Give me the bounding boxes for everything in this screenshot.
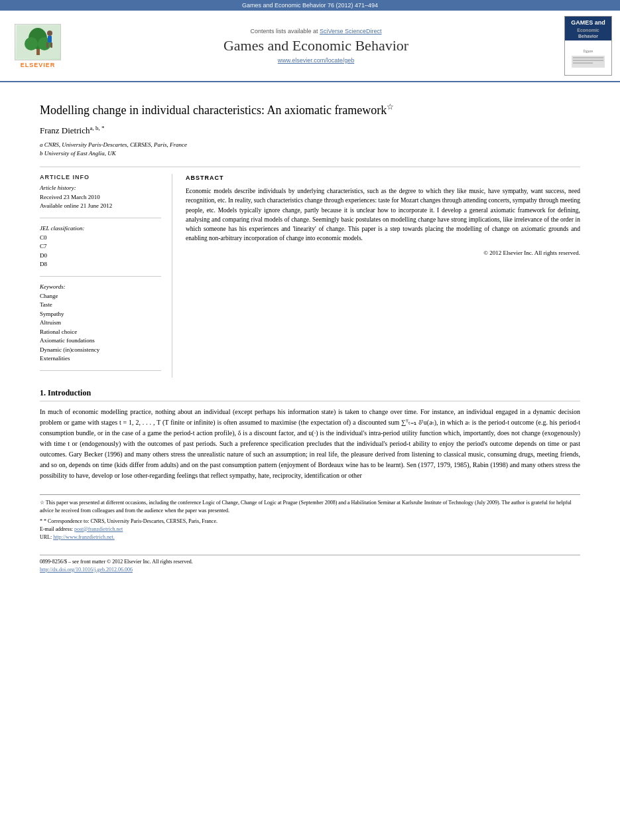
keywords-label: Keywords: — [40, 283, 161, 290]
cover-behavior-text: Behavior — [566, 33, 610, 39]
journal-title-center: Contents lists available at SciVerse Sci… — [74, 28, 558, 64]
jel-d8: D8 — [40, 260, 161, 269]
doi-link[interactable]: http://dx.doi.org/10.1016/j.geb.2012.06.… — [40, 567, 133, 573]
cover-bottom-area: figure — [565, 40, 611, 75]
journal-issue-text: Games and Economic Behavior 76 (2012) 47… — [242, 2, 378, 9]
footnote-star: ☆ This paper was presented at different … — [40, 499, 580, 515]
star-symbol: ☆ — [387, 102, 394, 111]
footnote-section: ☆ This paper was presented at different … — [40, 494, 580, 541]
cover-title: GAMES and Economic Behavior — [565, 17, 611, 40]
keywords-list: Change Taste Sympathy Altruism Rational … — [40, 292, 161, 364]
article-info-column: ARTICLE INFO Article history: Received 2… — [40, 174, 172, 378]
cover-economic-text: Economic — [566, 27, 610, 33]
kw-change: Change — [40, 292, 161, 301]
abstract-heading: ABSTRACT — [186, 174, 580, 183]
copyright-text: © 2012 Elsevier Inc. All rights reserved… — [186, 249, 580, 258]
svg-rect-6 — [48, 36, 52, 42]
footnote-correspondence: * * Correspondence to: CNRS, University … — [40, 518, 580, 525]
journal-cover-image: GAMES and Economic Behavior figure — [564, 16, 612, 76]
elsevier-tree-image — [15, 24, 61, 60]
svg-rect-12 — [573, 62, 593, 64]
author-name: Franz Dietrich — [40, 126, 90, 136]
jel-c0: C0 — [40, 234, 161, 243]
footnote-star-symbol: ☆ — [40, 500, 46, 506]
abstract-column: ABSTRACT Economic models describe indivi… — [186, 174, 580, 378]
url-label: URL: — [40, 534, 52, 540]
article-title-text: Modelling change in individual character… — [40, 104, 387, 117]
section-1-para1: In much of economic modelling practice, … — [40, 407, 580, 481]
svg-point-3 — [25, 37, 38, 50]
abstract-text: Economic models describe individuals by … — [186, 186, 580, 244]
main-content: Modelling change in individual character… — [0, 82, 620, 587]
cover-games-text: GAMES and — [566, 19, 610, 27]
svg-rect-7 — [46, 42, 48, 48]
available-date: Available online 21 June 2012 — [40, 202, 161, 211]
author-superscripts: a, b, * — [90, 125, 104, 131]
kw-axiomatic: Axiomatic foundations — [40, 336, 161, 346]
svg-point-5 — [47, 31, 52, 36]
article-title: Modelling change in individual character… — [40, 102, 580, 118]
affiliation-a: a CNRS, University Paris-Descartes, CERS… — [40, 141, 580, 150]
footnote-url-line: URL: http://www.franzdietrich.net. — [40, 533, 580, 541]
footnote-star-text: This paper was presented at different oc… — [40, 500, 572, 514]
contents-label: Contents lists available at — [250, 28, 318, 35]
footnote-corr-text: * Correspondence to: CNRS, University Pa… — [44, 518, 217, 524]
kw-altruism: Altruism — [40, 318, 161, 328]
jel-d0: D0 — [40, 251, 161, 261]
article-info-abstract-section: ARTICLE INFO Article history: Received 2… — [40, 167, 580, 378]
sciverse-link[interactable]: SciVerse ScienceDirect — [320, 28, 382, 35]
email-label: E-mail address: — [40, 526, 73, 532]
affiliations: a CNRS, University Paris-Descartes, CERS… — [40, 141, 580, 159]
svg-rect-8 — [50, 42, 52, 48]
journal-main-title: Games and Economic Behavior — [74, 37, 558, 54]
elsevier-brand-text: ELSEVIER — [21, 62, 56, 68]
info-divider-3 — [40, 370, 161, 371]
info-divider-1 — [40, 218, 161, 218]
journal-issue-bar: Games and Economic Behavior 76 (2012) 47… — [0, 0, 620, 11]
kw-sympathy: Sympathy — [40, 310, 161, 319]
svg-rect-10 — [573, 57, 603, 58]
contents-available-line: Contents lists available at SciVerse Sci… — [74, 28, 558, 35]
info-divider-2 — [40, 276, 161, 277]
doi-line[interactable]: http://dx.doi.org/10.1016/j.geb.2012.06.… — [40, 566, 580, 574]
jel-label: JEL classification: — [40, 225, 161, 232]
jel-c7: C7 — [40, 242, 161, 251]
bottom-bar: 0899-8256/$ – see front matter © 2012 El… — [40, 555, 580, 574]
journal-url[interactable]: www.elsevier.com/locate/geb — [74, 57, 558, 64]
author-line: Franz Dietricha, b, * — [40, 125, 580, 136]
svg-rect-11 — [573, 60, 603, 61]
received-date: Received 23 March 2010 — [40, 193, 161, 202]
elsevier-logo: ELSEVIER — [8, 24, 68, 68]
article-info-heading: ARTICLE INFO — [40, 174, 161, 180]
kw-taste: Taste — [40, 301, 161, 310]
kw-rational-choice: Rational choice — [40, 328, 161, 337]
email-link[interactable]: post@franzdietrich.net — [74, 526, 123, 532]
affiliation-b: b University of East Anglia, UK — [40, 149, 580, 159]
history-label: Article history: — [40, 184, 161, 191]
history-dates: Received 23 March 2010 Available online … — [40, 193, 161, 211]
journal-url-link[interactable]: www.elsevier.com/locate/geb — [278, 57, 355, 64]
jel-codes: C0 C7 D0 D8 — [40, 234, 161, 269]
url-link[interactable]: http://www.franzdietrich.net. — [53, 534, 115, 540]
issn-line: 0899-8256/$ – see front matter © 2012 El… — [40, 558, 580, 566]
section-1-heading: 1. Introduction — [40, 388, 580, 401]
kw-externalities: Externalities — [40, 354, 161, 364]
journal-header: ELSEVIER Contents lists available at Sci… — [0, 11, 620, 82]
footnote-email-line: E-mail address: post@franzdietrich.net — [40, 525, 580, 533]
svg-text:figure: figure — [584, 49, 593, 53]
kw-dynamic: Dynamic (in)consistency — [40, 346, 161, 355]
